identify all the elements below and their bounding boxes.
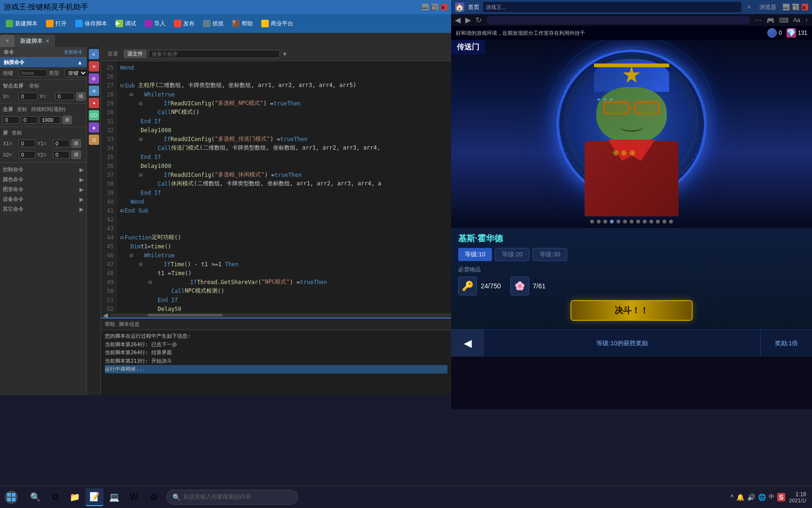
- dot-12[interactable]: [663, 220, 666, 223]
- taskbar-task-view-btn[interactable]: ⧉: [46, 488, 64, 506]
- taskbar-word-btn[interactable]: W: [125, 488, 143, 506]
- taskbar-search-bar[interactable]: 🔍 在这里输入你要搜索的内容: [166, 490, 298, 505]
- dot-3[interactable]: [603, 220, 607, 223]
- search-arrow-icon[interactable]: ▼: [282, 51, 288, 57]
- save-btn[interactable]: 保存脚本: [71, 18, 111, 30]
- x-input[interactable]: [19, 93, 38, 100]
- nav-keyboard-btn[interactable]: ⌨: [779, 16, 789, 24]
- log-script-info-btn[interactable]: 脚本信息: [119, 321, 140, 328]
- dot-13[interactable]: [669, 220, 673, 223]
- rewards-back-btn[interactable]: ◀: [451, 330, 484, 357]
- key-input[interactable]: [19, 69, 47, 77]
- h-scrollbar[interactable]: ◀: [101, 313, 451, 318]
- taskbar-vm-btn[interactable]: 💻: [105, 488, 123, 506]
- dot-11[interactable]: [656, 220, 660, 223]
- type-select[interactable]: 按键: [65, 69, 87, 77]
- sidebar-icon-8[interactable]: ⊡: [89, 135, 99, 145]
- dot-6[interactable]: [623, 220, 627, 223]
- tab-1[interactable]: ×: [0, 35, 15, 47]
- search-subprogram-input[interactable]: [148, 50, 280, 58]
- start-button[interactable]: [0, 486, 23, 508]
- game-max-btn[interactable]: □: [792, 4, 799, 10]
- dot-4-active[interactable]: [610, 220, 614, 223]
- capture-btn[interactable]: 抓抓: [199, 18, 227, 30]
- level-tab-20[interactable]: 等级:20: [495, 248, 530, 261]
- close-btn[interactable]: ×: [441, 4, 447, 10]
- dot-1[interactable]: [590, 220, 594, 223]
- code-line-37: ⊟ If ReadUIConfig("多选框_休闲模式") = true The…: [117, 170, 451, 179]
- taskbar-search-btn[interactable]: 🔍: [26, 488, 44, 506]
- duel-button[interactable]: 决斗！！: [570, 300, 693, 321]
- run-btn[interactable]: ▶ 调试: [112, 18, 140, 30]
- sidebar-icon-4[interactable]: ≋: [89, 86, 99, 96]
- open-btn[interactable]: 打开: [42, 18, 70, 30]
- other-expand-btn[interactable]: ▶: [79, 206, 84, 213]
- log-help-btn[interactable]: 帮助: [105, 321, 115, 328]
- log-toolbar: 帮助 脚本信息: [101, 318, 451, 330]
- xy1-confirm-btn[interactable]: 插: [71, 139, 81, 148]
- control-expand-btn[interactable]: ▶: [79, 167, 84, 173]
- x2-input[interactable]: [19, 151, 35, 159]
- char-name: 基斯·霍华德: [458, 233, 805, 244]
- level-tab-30[interactable]: 等级:30: [532, 248, 567, 261]
- sidebar-icon-5[interactable]: ✦: [89, 98, 99, 108]
- tab-source[interactable]: 源文件: [124, 49, 147, 58]
- game-close-btn[interactable]: ×: [802, 4, 808, 10]
- h-scrollbar-thumb[interactable]: [148, 314, 223, 317]
- y1-input[interactable]: [53, 140, 70, 147]
- home-label[interactable]: 首页: [468, 3, 479, 11]
- dot-5[interactable]: [617, 220, 620, 223]
- dot-9[interactable]: [643, 220, 647, 223]
- y2-input[interactable]: [53, 151, 70, 159]
- taskbar-gear-btn[interactable]: ⚙: [145, 488, 163, 506]
- dot-2[interactable]: [597, 220, 601, 223]
- help-btn[interactable]: ? 帮助: [228, 18, 257, 30]
- nav-gamepad-btn[interactable]: 🎮: [766, 16, 774, 24]
- tab-normal[interactable]: 普通: [104, 49, 122, 58]
- sidebar-icon-3[interactable]: ⚙: [89, 73, 99, 84]
- shape-expand-btn[interactable]: ▶: [79, 186, 84, 193]
- level-tab-10[interactable]: 等级:10: [458, 248, 492, 261]
- device-expand-btn[interactable]: ▶: [79, 196, 84, 203]
- touch-commands-expand[interactable]: ▲: [77, 59, 83, 66]
- xy2-confirm-btn[interactable]: 插: [71, 151, 81, 159]
- commerce-btn[interactable]: 商业平台: [258, 18, 297, 30]
- sidebar-icon-7[interactable]: ◈: [89, 122, 99, 133]
- nav-refresh-btn[interactable]: ↻: [476, 16, 482, 24]
- press-x-input[interactable]: [3, 116, 19, 124]
- sidebar-icon-6[interactable]: GO: [89, 110, 99, 120]
- taskbar-notepad-btn[interactable]: 📝: [86, 488, 103, 506]
- title-bar: 游戏王·按键精灵手机助手 ─ □ ×: [0, 0, 451, 14]
- nav-aa-btn[interactable]: Aa: [793, 17, 800, 24]
- sidebar-icon-2[interactable]: ✕: [89, 61, 99, 71]
- duration-input[interactable]: [39, 116, 61, 124]
- maximize-btn[interactable]: □: [431, 4, 438, 10]
- nav-more-btn[interactable]: ⋯: [755, 16, 762, 24]
- press-confirm-btn[interactable]: 插: [62, 116, 72, 124]
- minimize-btn[interactable]: ─: [422, 4, 429, 10]
- game-min-btn[interactable]: ─: [783, 4, 789, 10]
- publish-btn[interactable]: 发布: [170, 18, 198, 30]
- sidebar-icon-1[interactable]: ≡: [89, 49, 99, 59]
- y-input[interactable]: [55, 93, 74, 100]
- taskbar-explorer-btn[interactable]: 📁: [66, 488, 84, 506]
- color-expand-btn[interactable]: ▶: [79, 176, 84, 183]
- x1-input[interactable]: [19, 140, 35, 147]
- dot-10[interactable]: [649, 220, 653, 223]
- tab-2[interactable]: 新建脚本 ×: [15, 35, 55, 47]
- dot-8[interactable]: [636, 220, 640, 223]
- press-y-input[interactable]: [21, 116, 38, 124]
- browser-tab[interactable]: 浏览器: [757, 3, 779, 11]
- dot-7[interactable]: [630, 220, 633, 223]
- tray-icon-1[interactable]: ^: [730, 493, 734, 501]
- nav-back-btn[interactable]: ◀: [455, 16, 461, 24]
- tab-2-close-icon[interactable]: ×: [46, 37, 49, 45]
- import-btn[interactable]: 导入: [141, 18, 169, 30]
- tab-1-close[interactable]: ×: [6, 38, 9, 44]
- code-lines-area[interactable]: Wend ⊟Sub 主程序(二维数组, 卡牌类型数组, 坐标数组, arr1, …: [117, 61, 451, 318]
- browser-close-icon[interactable]: ×: [745, 3, 753, 11]
- nav-forward-btn[interactable]: ▶: [465, 16, 471, 24]
- new-script-btn[interactable]: 新建脚本: [2, 18, 41, 30]
- xy-confirm-btn[interactable]: 插: [76, 92, 86, 101]
- publish-icon: [174, 20, 181, 27]
